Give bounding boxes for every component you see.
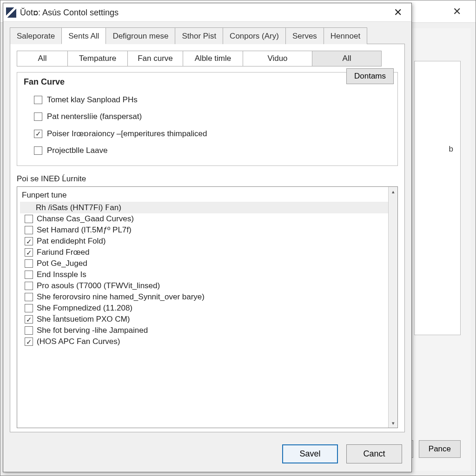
bg-letter: b: [449, 145, 453, 154]
option-row: Tomet klay Sanpload PHs: [24, 92, 391, 108]
list-item-label: She fot berving -lihe Jampained: [37, 326, 148, 335]
checkbox[interactable]: [25, 326, 33, 335]
list-item-label: Pot Ge_Juged: [37, 259, 87, 268]
list-item[interactable]: She fot berving -lihe Jampained: [20, 325, 388, 336]
list-item[interactable]: Pot Ge_Juged: [20, 258, 388, 269]
subtab-tempature[interactable]: Tempature: [67, 51, 128, 66]
checkbox[interactable]: [25, 259, 33, 268]
list-item[interactable]: Fariund Frœed: [20, 247, 388, 258]
list-item[interactable]: Pro asouls (T7000 (ΤFWVit_linsed): [20, 280, 388, 291]
list-selected[interactable]: Rh /iSats (ΗΝT7Fí) Ϝan): [20, 202, 388, 213]
checkbox[interactable]: [25, 237, 33, 245]
subtab-viduo[interactable]: Viduo: [243, 51, 312, 66]
subtab-alble-timle[interactable]: Alble timle: [183, 51, 243, 66]
list-item-label: Set Hamard (IΤ.5Μƒº PL7f): [37, 225, 132, 235]
bg-close-button[interactable]: ✕: [448, 2, 466, 21]
close-icon: ✕: [394, 7, 402, 19]
list-item-label: Chanse Cas_Gaad Curves): [37, 214, 134, 224]
checkbox[interactable]: [25, 337, 33, 346]
list-item[interactable]: She Ĭantsuetiom PXO CM): [20, 314, 388, 325]
list-item-label: Fariund Frœed: [37, 248, 89, 257]
section2-label: Poi se IΝEÐ Ĺurnite: [17, 174, 398, 184]
list-item[interactable]: She ferorovsiro nine hamed_Synnit_over b…: [20, 291, 388, 303]
list-item-label: (HOS APC Fan Curves): [37, 337, 120, 346]
list-header: Funpert tune: [20, 189, 388, 202]
option-label: Projectblle Laave: [47, 146, 107, 155]
checkbox-pat[interactable]: [34, 112, 42, 121]
list-item[interactable]: (HOS APC Fan Curves): [20, 336, 388, 347]
checkbox-poiser[interactable]: [34, 130, 42, 138]
tab-conpors[interactable]: Conpors (Ary): [223, 27, 286, 44]
checkbox[interactable]: [25, 271, 33, 279]
dialog-title: Ŭotɒ: Asús Contol settings: [20, 7, 388, 18]
close-icon: ✕: [453, 6, 461, 18]
scrollbar[interactable]: ▴ ▾: [388, 187, 397, 428]
fan-curve-group: Fan Curve Dontams Tomet klay Sanpload PH…: [17, 72, 398, 166]
bg-panel: [414, 61, 461, 335]
settings-dialog: Ŭotɒ: Asús Contol settings ✕ Saleporate …: [3, 3, 412, 472]
tabs-outer: Saleporate Sents All Defigroun mese Stho…: [10, 27, 405, 44]
fan-curve-title: Fan Curve: [24, 77, 65, 87]
checkbox[interactable]: [25, 226, 33, 234]
tab-defigroun[interactable]: Defigroun mese: [106, 27, 175, 44]
checkbox[interactable]: [25, 293, 33, 301]
list-item[interactable]: End Inssple Is: [20, 269, 388, 280]
checkbox-tomet[interactable]: [34, 96, 42, 104]
checkbox-projectble[interactable]: [34, 146, 42, 155]
group-head: Fan Curve Dontams: [24, 77, 391, 87]
tab-sthor-pist[interactable]: Sthor Pist: [175, 27, 223, 44]
list-item-label: Pro asouls (T7000 (ΤFWVit_linsed): [37, 281, 160, 291]
subtabs: All Tempature Fan curve Alble timle Vidu…: [17, 51, 398, 66]
tab-serves[interactable]: Serves: [285, 27, 324, 44]
dialog-content: Saleporate Sents All Defigroun mese Stho…: [3, 22, 411, 438]
list-item[interactable]: She Fompnedized (11.208): [20, 303, 388, 314]
list-item-label: End Inssple Is: [37, 270, 86, 279]
list-item[interactable]: Set Hamard (IΤ.5Μƒº PL7f): [20, 225, 388, 236]
list-item-label: She ferorovsiro nine hamed_Synnit_over b…: [37, 292, 205, 302]
checkbox[interactable]: [25, 315, 33, 324]
checkbox[interactable]: [25, 282, 33, 290]
scroll-down-icon[interactable]: ▾: [389, 418, 397, 428]
tab-sents-all[interactable]: Sents All: [61, 27, 106, 44]
scroll-up-icon[interactable]: ▴: [389, 187, 397, 196]
dialog-footer: Savel Canct: [3, 438, 411, 472]
cancel-button[interactable]: Canct: [346, 444, 402, 463]
option-label: Pat nenterslíie (fanspersat): [47, 112, 142, 121]
bg-pance-button[interactable]: Pance: [419, 440, 461, 458]
option-label: Poiser Irœɒraioncy –[emperitures thimpal…: [47, 129, 207, 139]
list-item[interactable]: Pat endidepht Fold): [20, 236, 388, 247]
list-item[interactable]: Chanse Cas_Gaad Curves): [20, 213, 388, 225]
dialog-close-button[interactable]: ✕: [388, 4, 408, 21]
subtab-fan-curve[interactable]: Fan curve: [127, 51, 183, 66]
checkbox[interactable]: [25, 304, 33, 312]
checkbox[interactable]: [25, 248, 33, 257]
list-body[interactable]: Funpert tune Rh /iSats (ΗΝT7Fí) Ϝan) Cha…: [17, 187, 388, 428]
option-row: Pat nenterslíie (fanspersat): [24, 108, 391, 125]
option-row: Poiser Irœɒraioncy –[emperitures thimpal…: [24, 125, 391, 142]
dontams-button[interactable]: Dontams: [346, 68, 394, 84]
save-button[interactable]: Savel: [282, 444, 338, 463]
list-item-label: Pat endidepht Fold): [37, 237, 106, 246]
list-item-label: She Ĭantsuetiom PXO CM): [37, 315, 130, 324]
list-item-label: She Fompnedized (11.208): [37, 304, 132, 313]
tab-saleporate[interactable]: Saleporate: [10, 27, 62, 44]
checkbox[interactable]: [25, 215, 33, 223]
listbox: Funpert tune Rh /iSats (ΗΝT7Fí) Ϝan) Cha…: [17, 186, 398, 428]
app-icon: [6, 7, 16, 18]
tab-hennoet[interactable]: Hennoet: [324, 27, 367, 44]
option-label: Tomet klay Sanpload PHs: [47, 95, 138, 105]
dialog-titlebar: Ŭotɒ: Asús Contol settings ✕: [3, 3, 411, 22]
subtab-all-2[interactable]: All: [312, 51, 382, 66]
option-row: Projectblle Laave: [24, 142, 391, 159]
subtab-all[interactable]: All: [17, 51, 68, 66]
tab-page: All Tempature Fan curve Alble timle Vidu…: [10, 44, 405, 432]
